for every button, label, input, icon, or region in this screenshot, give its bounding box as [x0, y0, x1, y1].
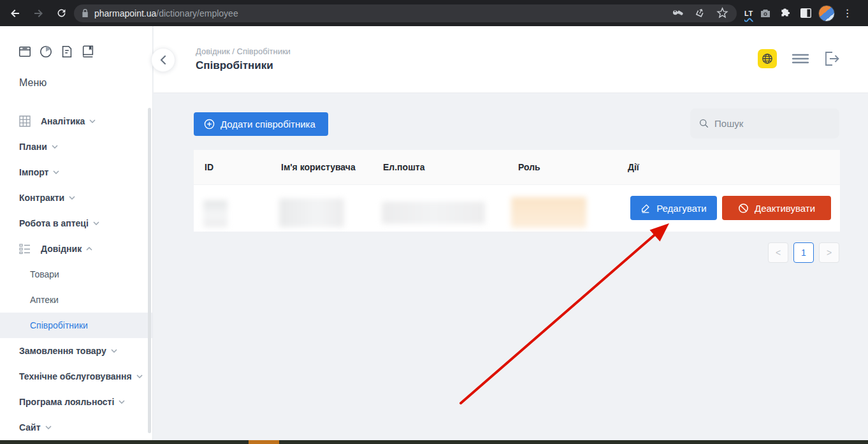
puzzle-icon	[779, 7, 792, 19]
page-title: Співробітники	[196, 59, 273, 72]
url-bar[interactable]: pharmapoint.ua/dictionary/employee	[74, 4, 737, 22]
lock-icon	[82, 9, 89, 18]
sidebar-item-label: Технічне обслуговування	[19, 371, 132, 381]
menu-toggle-button[interactable]	[792, 54, 809, 64]
sidebar-item-label: Аптеки	[30, 295, 59, 305]
side-panel-button[interactable]	[798, 5, 814, 22]
sidebar-collapse-button[interactable]	[151, 48, 175, 72]
column-header-username: Ім'я користувача	[281, 162, 356, 172]
url-path: /dictionary/employee	[156, 8, 238, 18]
pagination-prev-button[interactable]: <	[768, 242, 788, 263]
sidebar-item-label: Довідник	[41, 244, 82, 254]
camera-icon	[759, 7, 772, 20]
browser-profile-avatar[interactable]	[818, 5, 835, 22]
sidebar: Меню Аналітика Плани Імпорт Контракти Ро…	[0, 26, 153, 440]
chevron-down-icon	[53, 170, 59, 174]
employees-table: ID Ім'я користувача Ел.пошта Роль Дії Ре…	[194, 150, 840, 232]
reload-icon	[56, 8, 67, 18]
sidebar-item-label: Плани	[19, 142, 47, 152]
column-header-id: ID	[205, 162, 213, 172]
grid-icon	[19, 115, 32, 128]
password-key-button[interactable]	[670, 5, 687, 22]
table-row: Редагувати Деактивувати	[194, 185, 840, 232]
app-window: Меню Аналітика Плани Імпорт Контракти Ро…	[0, 26, 868, 440]
sidebar-item-label: Аналітика	[41, 116, 85, 126]
chevron-down-icon	[45, 426, 52, 429]
header-actions	[758, 49, 839, 68]
search-input[interactable]	[714, 118, 830, 129]
deactivate-button[interactable]: Деактивувати	[722, 196, 831, 220]
list-icon	[19, 242, 32, 255]
sidebar-item-loyalty-program[interactable]: Програма лояльності	[0, 389, 152, 415]
column-header-role: Роль	[518, 162, 540, 172]
chevron-down-icon	[136, 374, 143, 378]
taskbar-edge	[0, 440, 868, 444]
slash-circle-icon	[738, 203, 749, 214]
chevron-down-icon	[89, 119, 96, 123]
pie-chart-icon[interactable]	[39, 45, 53, 59]
table-header-row: ID Ім'я користувача Ел.пошта Роль Дії	[194, 150, 840, 185]
add-employee-button[interactable]: Додати співробітника	[194, 112, 328, 136]
page-header: Довідник / Співробітники Співробітники	[154, 26, 868, 93]
archive-box-icon[interactable]	[18, 45, 32, 59]
content-area: Додати співробітника ID Ім'я користувача…	[154, 93, 868, 440]
back-arrow-icon	[10, 8, 21, 19]
browser-forward-button[interactable]	[28, 3, 48, 24]
sidebar-item-analytics[interactable]: Аналітика	[0, 108, 152, 134]
sidebar-item-label: Робота в аптеці	[19, 218, 89, 228]
browser-menu-button[interactable]: ⋮	[839, 7, 857, 19]
chevron-down-icon	[69, 196, 75, 200]
sidebar-item-contracts[interactable]: Контракти	[0, 185, 152, 211]
chevron-down-icon	[93, 221, 99, 225]
redacted-username-cell	[279, 198, 344, 227]
column-header-email: Ел.пошта	[383, 162, 424, 172]
search-box	[690, 108, 839, 138]
star-icon	[716, 7, 728, 19]
sidebar-item-site[interactable]: Сайт	[0, 415, 152, 440]
search-icon	[699, 118, 709, 129]
languagetool-extension-icon[interactable]: LT	[744, 10, 753, 17]
sidebar-quick-icons	[18, 45, 95, 59]
sidebar-item-dictionary[interactable]: Довідник	[0, 236, 152, 262]
side-panel-icon	[800, 8, 812, 18]
sidebar-item-label: Співробітники	[30, 320, 88, 330]
screenshot-extension-button[interactable]	[757, 5, 774, 22]
taskbar-edge-accent	[249, 440, 279, 444]
redacted-role-tag	[511, 197, 586, 228]
edit-button[interactable]: Редагувати	[630, 196, 717, 220]
sidebar-item-label: Імпорт	[19, 167, 48, 177]
sidebar-item-label: Товари	[30, 269, 59, 279]
browser-back-button[interactable]	[5, 3, 25, 24]
browser-reload-button[interactable]	[51, 3, 71, 24]
sidebar-item-label: Контракти	[19, 193, 64, 203]
sidebar-item-maintenance[interactable]: Технічне обслуговування	[0, 364, 152, 389]
share-icon	[695, 8, 706, 19]
book-icon[interactable]	[81, 45, 95, 59]
document-icon[interactable]	[60, 45, 74, 59]
sidebar-item-label: Замовлення товару	[19, 346, 106, 356]
pagination-page-1[interactable]: 1	[793, 242, 814, 263]
sidebar-item-products[interactable]: Товари	[0, 262, 152, 287]
logout-button[interactable]	[824, 52, 839, 66]
sidebar-item-label: Програма лояльності	[19, 397, 114, 407]
main-area: Довідник / Співробітники Співробітники Д…	[154, 26, 868, 440]
column-header-actions: Дії	[628, 162, 639, 172]
pagination-next-button[interactable]: >	[819, 242, 839, 263]
extensions-button[interactable]	[778, 5, 794, 22]
sidebar-item-plans[interactable]: Плани	[0, 134, 152, 159]
sidebar-item-product-orders[interactable]: Замовлення товару	[0, 338, 152, 364]
sidebar-item-import[interactable]: Імпорт	[0, 159, 152, 185]
content-toolbar: Додати співробітника	[154, 108, 868, 139]
sidebar-item-pharmacy-work[interactable]: Робота в аптеці	[0, 211, 152, 236]
sidebar-scrollbar[interactable]	[148, 108, 151, 433]
bookmark-star-button[interactable]	[714, 5, 730, 22]
forward-arrow-icon	[33, 8, 44, 19]
sidebar-item-employees[interactable]: Співробітники	[0, 313, 152, 338]
plus-circle-icon	[204, 119, 215, 130]
sidebar-item-pharmacies[interactable]: Аптеки	[0, 287, 152, 313]
share-button[interactable]	[692, 5, 709, 22]
language-button[interactable]	[758, 49, 777, 68]
sidebar-nav: Аналітика Плани Імпорт Контракти Робота …	[0, 108, 152, 440]
chevron-down-icon	[111, 349, 117, 353]
chevron-down-icon	[52, 145, 58, 149]
